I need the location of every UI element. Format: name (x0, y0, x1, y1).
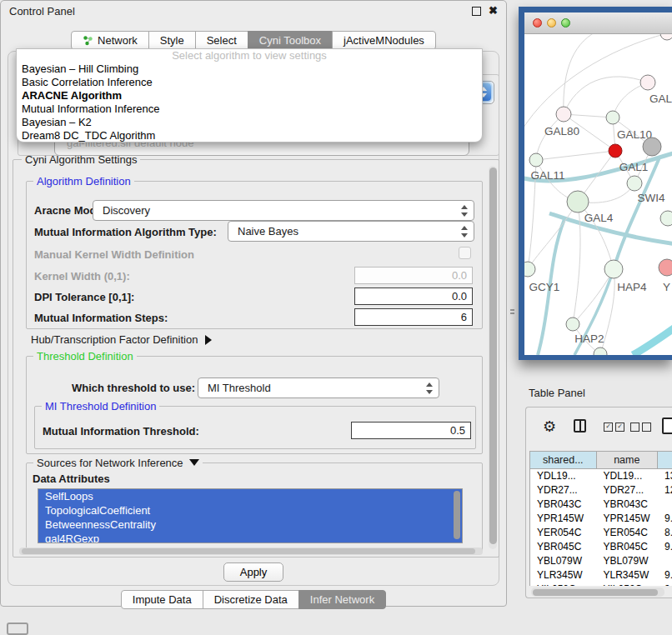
new-table-icon[interactable] (662, 418, 672, 434)
table-cell: YDR27... (530, 483, 597, 498)
table-row[interactable]: YDL19...YDL19...13 (530, 469, 672, 483)
sources-legend[interactable]: Sources for Network Inference (33, 457, 203, 469)
aracne-mode-value: Discovery (103, 204, 150, 217)
table-cell: YER054C (530, 526, 597, 540)
table-row[interactable]: YER054CYER054C8. (530, 526, 672, 540)
network-node-gal4[interactable] (567, 191, 589, 212)
tab-network[interactable]: Network (71, 31, 149, 50)
table-row[interactable]: YPR145WYPR145W9. (530, 512, 672, 526)
network-view-window: GALGAL80GAL10GAL1GAL11SWI4GAL4GCY1HAP4YH… (519, 7, 672, 360)
which-threshold-combobox[interactable]: MI Threshold (198, 378, 439, 398)
network-node-hap4[interactable] (604, 260, 623, 278)
table-body: YDL19...YDL19...13YDR27...YDR27...12YBR0… (529, 469, 672, 586)
column-header-extra[interactable] (658, 452, 672, 468)
tab-impute-data[interactable]: Impute Data (121, 590, 203, 609)
column-header-name[interactable]: name (597, 452, 659, 468)
aracne-mode-combobox[interactable]: Discovery (93, 200, 474, 221)
tab-discretize-data[interactable]: Discretize Data (203, 590, 299, 609)
table-row[interactable]: YBL079WYBL079W (530, 554, 672, 568)
dpi-tolerance-input[interactable]: 0.0 (354, 288, 473, 305)
table-cell: YBL079W (597, 554, 659, 568)
algorithm-option[interactable]: Bayesian – Hill Climbing (17, 62, 482, 76)
table-row[interactable]: YIL052CYIL052C9. (530, 582, 672, 586)
table-horizontal-scrollbar-thumb[interactable] (533, 589, 658, 596)
table-cell: YDR27... (597, 483, 659, 498)
settings-horizontal-scrollbar[interactable] (19, 548, 483, 555)
table-row[interactable]: YLR345WYLR345W9. (530, 568, 672, 582)
minimize-window-icon[interactable] (547, 18, 556, 28)
table-cell: YDL19... (597, 469, 659, 483)
network-window-titlebar (524, 12, 672, 34)
close-window-icon[interactable] (533, 18, 542, 28)
sources-legend-label: Sources for Network Inference (37, 457, 183, 469)
table-cell: YBR043C (597, 498, 659, 512)
network-node-gal[interactable] (640, 75, 655, 90)
tab-style[interactable]: Style (148, 31, 196, 50)
network-node-gal80[interactable] (556, 107, 571, 122)
unselect-all-columns-icon[interactable] (630, 422, 651, 432)
data-attribute-item[interactable]: BetweennessCentrality (38, 518, 462, 532)
data-attribute-item[interactable]: SelfLoops (38, 489, 462, 503)
gear-icon[interactable]: ⚙ (543, 418, 556, 436)
columns-icon[interactable] (574, 419, 586, 432)
kernel-width-input[interactable]: 0.0 (354, 267, 473, 284)
tab-select[interactable]: Select (195, 31, 248, 50)
network-node-hap2[interactable] (566, 318, 579, 331)
network-node[interactable] (643, 138, 661, 156)
hub-definition-toggle[interactable]: Hub/Transcription Factor Definition (31, 333, 212, 346)
network-node[interactable] (594, 348, 607, 355)
screen: Control Panel ✖ Network Style Select Cyn… (0, 0, 672, 635)
float-panel-icon[interactable] (472, 7, 481, 16)
network-node[interactable] (660, 211, 672, 226)
settings-horizontal-scrollbar-thumb[interactable] (22, 548, 475, 554)
panel-splitter[interactable] (510, 309, 514, 317)
minimized-panel-icon[interactable] (7, 622, 28, 635)
column-header-shared-name[interactable]: shared... (530, 452, 597, 468)
mi-threshold-label: Mutual Information Threshold: (43, 425, 199, 438)
network-canvas[interactable]: GALGAL80GAL10GAL1GAL11SWI4GAL4GCY1HAP4YH… (524, 34, 672, 355)
algorithm-dropdown-popup: Select algorithm to view settings Bayesi… (16, 48, 483, 142)
data-attribute-item[interactable]: gal4RGexp (38, 532, 462, 543)
algorithm-option[interactable]: Basic Correlation Inference (17, 76, 482, 89)
table-row[interactable]: YBR043CYBR043C (530, 498, 672, 512)
algorithm-option[interactable]: Bayesian – K2 (17, 116, 482, 129)
network-node-swi4[interactable] (627, 176, 642, 191)
algorithm-option[interactable]: Mutual Information Inference (17, 102, 482, 116)
tab-style-label: Style (160, 34, 184, 47)
tab-jactivemnodules[interactable]: jActiveMNodules (332, 31, 436, 50)
mi-threshold-input[interactable]: 0.5 (351, 422, 471, 439)
attributes-scrollbar-thumb[interactable] (454, 491, 460, 539)
mi-threshold-value: 0.5 (450, 424, 465, 437)
table-horizontal-scrollbar[interactable] (531, 588, 664, 597)
table-cell: 8. (658, 526, 672, 540)
network-node-gal11[interactable] (529, 153, 543, 167)
settings-vertical-scrollbar[interactable] (489, 166, 497, 549)
data-attribute-item[interactable]: TopologicalCoefficient (38, 503, 462, 518)
network-node[interactable] (660, 34, 672, 40)
close-panel-icon[interactable]: ✖ (489, 7, 498, 15)
network-node-gal1[interactable] (609, 144, 622, 158)
table-row[interactable]: YBR045CYBR045C9. (530, 540, 672, 554)
table-cell: 9. (658, 568, 672, 582)
algorithm-option[interactable]: Dream8 DC_TDC Algorithm (17, 129, 482, 142)
table-cell: 9. (658, 582, 672, 586)
mi-steps-input[interactable]: 6 (354, 308, 473, 326)
network-node-gal10[interactable] (606, 111, 619, 124)
mi-type-combobox[interactable]: Naive Bayes (228, 221, 474, 242)
tab-infer-network[interactable]: Infer Network (298, 590, 386, 609)
table-cell: YBR043C (530, 498, 597, 512)
network-node-gcy1[interactable] (524, 262, 535, 277)
zoom-window-icon[interactable] (561, 18, 570, 28)
apply-button[interactable]: Apply (223, 562, 283, 582)
algorithm-dropdown-prompt: Select algorithm to view settings (17, 49, 482, 62)
control-panel-tabbar: Network Style Select Cyni Toolbox jActiv… (1, 31, 506, 50)
settings-vertical-scrollbar-thumb[interactable] (489, 168, 497, 544)
algorithm-option[interactable]: ARACNE Algorithm (17, 89, 482, 102)
table-row[interactable]: YDR27...YDR27...12 (530, 483, 672, 498)
manual-kernel-checkbox[interactable] (459, 247, 471, 259)
tab-cyni-toolbox[interactable]: Cyni Toolbox (248, 31, 333, 50)
select-all-columns-icon[interactable]: ✓✓ (604, 422, 624, 432)
table-cell: YDL19... (530, 469, 597, 483)
network-node-y[interactable] (659, 259, 672, 276)
table-cell: 9. (658, 540, 672, 554)
